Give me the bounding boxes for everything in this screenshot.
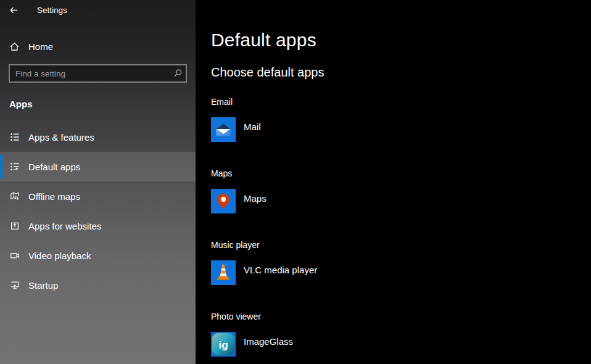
category-maps: Maps Maps <box>211 168 591 213</box>
sidebar-item-home[interactable]: Home <box>0 36 196 56</box>
sidebar-item-startup[interactable]: Startup <box>0 270 196 300</box>
category-email: Email Mail <box>211 96 591 142</box>
svg-text:ig: ig <box>218 339 228 351</box>
default-app-name: ImageGlass <box>244 336 293 347</box>
maps-app-icon <box>211 189 236 213</box>
window-title: Settings <box>37 6 67 15</box>
category-label: Maps <box>211 168 591 179</box>
sidebar-section-header: Apps <box>0 99 196 109</box>
home-icon <box>9 41 20 52</box>
sidebar-item-label: Video playback <box>28 250 91 261</box>
category-music-player: Music player VLC media player <box>211 239 591 285</box>
sidebar-item-label: Apps for websites <box>28 221 101 231</box>
sidebar-item-label: Apps & features <box>28 132 94 143</box>
page-subtitle: Choose default apps <box>211 64 591 80</box>
category-label: Music player <box>211 239 591 250</box>
default-app-name: Mail <box>244 122 261 132</box>
startup-icon <box>9 280 20 291</box>
default-app-name: VLC media player <box>244 265 317 275</box>
apps-features-icon <box>9 132 20 143</box>
category-label: Email <box>211 96 591 107</box>
default-app-button-photo[interactable]: ig ImageGlass <box>211 332 591 357</box>
back-arrow-icon <box>9 6 19 15</box>
category-photo-viewer: Photo viewer ig <box>211 311 591 357</box>
settings-window: Settings Home Apps <box>0 0 591 364</box>
sidebar-item-default-apps[interactable]: Default apps <box>0 152 196 181</box>
back-button[interactable] <box>0 6 27 15</box>
search-icon[interactable] <box>173 68 183 78</box>
sidebar-nav: Apps & features Default apps <box>0 122 196 300</box>
sidebar-item-video-playback[interactable]: Video playback <box>0 241 196 270</box>
mail-app-icon <box>211 117 236 142</box>
default-app-name: Maps <box>244 193 267 204</box>
search-box <box>9 64 187 83</box>
default-app-button-music[interactable]: VLC media player <box>211 260 591 285</box>
apps-for-websites-icon <box>9 221 20 231</box>
sidebar-item-label: Offline maps <box>28 191 80 202</box>
sidebar-item-offline-maps[interactable]: Offline maps <box>0 181 196 211</box>
default-app-button-email[interactable]: Mail <box>211 117 591 142</box>
category-label: Photo viewer <box>211 311 591 322</box>
sidebar-item-apps-features[interactable]: Apps & features <box>0 122 196 152</box>
default-apps-icon <box>9 162 20 172</box>
sidebar-item-label: Startup <box>28 280 58 291</box>
imageglass-app-icon: ig <box>211 332 236 357</box>
sidebar-item-label: Default apps <box>28 162 80 172</box>
offline-maps-icon <box>9 191 20 202</box>
default-app-button-maps[interactable]: Maps <box>211 189 591 213</box>
video-playback-icon <box>9 250 20 261</box>
search-input[interactable] <box>9 64 187 83</box>
page-title: Default apps <box>211 29 591 51</box>
titlebar: Settings <box>0 0 196 20</box>
vlc-app-icon <box>211 260 236 285</box>
main-panel: Default apps Choose default apps Email <box>196 0 591 364</box>
sidebar-item-apps-for-websites[interactable]: Apps for websites <box>0 211 196 241</box>
sidebar: Settings Home Apps <box>0 0 196 364</box>
sidebar-item-label: Home <box>28 41 53 52</box>
